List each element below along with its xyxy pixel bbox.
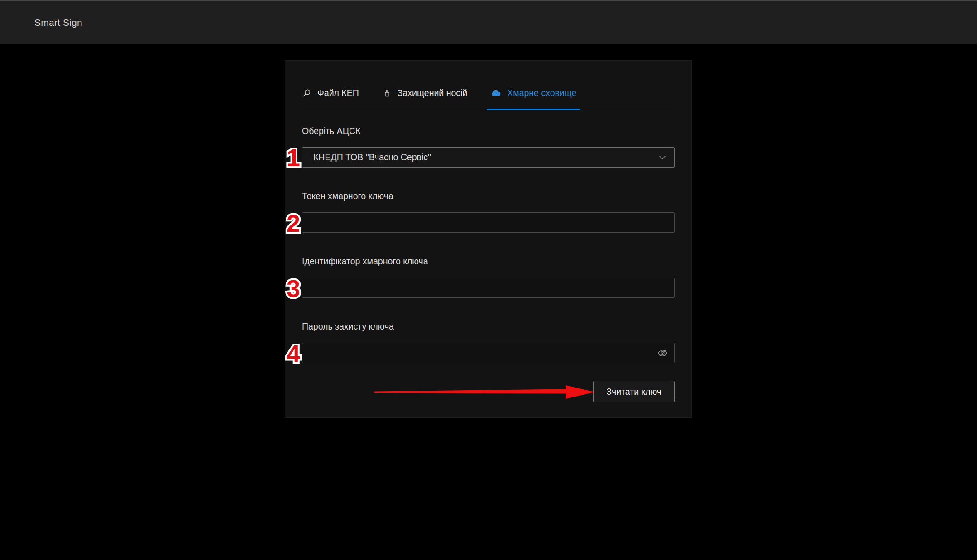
read-key-button[interactable]: Зчитати ключ [593,381,675,402]
password-label: Пароль захисту ключа [302,321,675,332]
token-input[interactable] [302,212,675,233]
token-label: Токен хмарного ключа [302,191,675,201]
key-read-card: Файл КЕП Захищений носій [285,60,692,418]
magnifier-icon [302,88,311,98]
password-input[interactable] [302,343,675,363]
eye-off-icon [657,347,668,359]
acsk-select[interactable]: КНЕДП ТОВ "Вчасно Сервіс" [302,147,675,168]
acsk-select-value: КНЕДП ТОВ "Вчасно Сервіс" [313,152,431,163]
tab-secure-media[interactable]: Захищений носій [383,88,468,98]
tab-cloud-storage-label: Хмарне сховище [507,88,576,98]
acsk-label: Оберіть АЦСК [302,125,675,136]
usb-drive-icon [383,88,392,98]
cloud-icon [491,88,501,98]
app-title: Smart Sign [34,17,82,28]
toggle-password-visibility-button[interactable] [655,345,670,360]
key-id-input[interactable] [302,278,675,298]
tab-secure-media-label: Захищений носій [398,88,468,98]
chevron-down-icon [659,155,666,160]
tab-file-kep-label: Файл КЕП [317,88,359,98]
app-header: Smart Sign [0,0,977,44]
tab-bar: Файл КЕП Захищений носій [302,61,675,109]
key-id-label: Ідентифікатор хмарного ключа [302,256,675,267]
tab-cloud-storage[interactable]: Хмарне сховище [491,88,576,98]
tab-file-kep[interactable]: Файл КЕП [302,88,359,98]
